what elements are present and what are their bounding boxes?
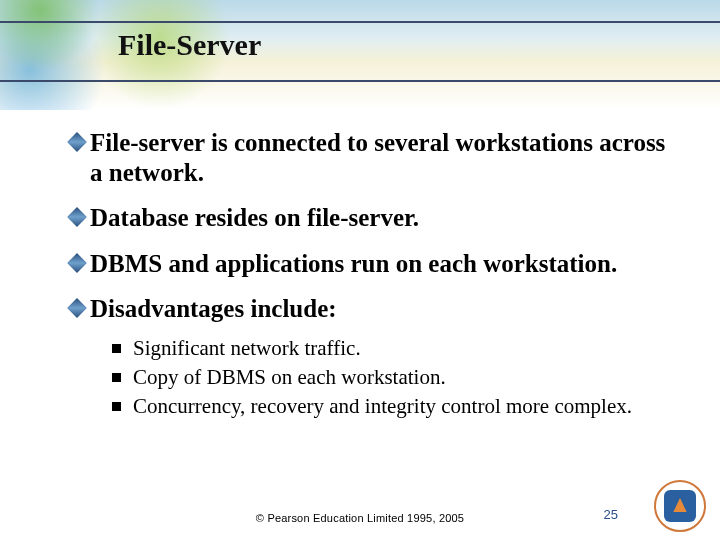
- content-area: File-server is connected to several work…: [70, 128, 668, 423]
- bullet-item: File-server is connected to several work…: [70, 128, 668, 187]
- bullet-text: Disadvantages include:: [90, 294, 337, 324]
- sub-bullet-item: Copy of DBMS on each workstation.: [112, 365, 668, 390]
- diamond-bullet-icon: [67, 298, 87, 318]
- sub-bullet-item: Significant network traffic.: [112, 336, 668, 361]
- header-rule-top: [0, 21, 720, 23]
- slide-title: File-Server: [118, 28, 261, 62]
- bullet-text: Database resides on file-server.: [90, 203, 419, 233]
- square-bullet-icon: [112, 344, 121, 353]
- square-bullet-icon: [112, 373, 121, 382]
- bullet-item: DBMS and applications run on each workst…: [70, 249, 668, 279]
- bullet-text: DBMS and applications run on each workst…: [90, 249, 617, 279]
- slide: File-Server File-server is connected to …: [0, 0, 720, 540]
- sub-bullet-text: Concurrency, recovery and integrity cont…: [133, 394, 632, 419]
- diamond-bullet-icon: [67, 253, 87, 273]
- page-number: 25: [604, 507, 618, 522]
- bullet-item: Database resides on file-server.: [70, 203, 668, 233]
- logo-book-icon: [672, 498, 688, 512]
- logo-inner-square-icon: [664, 490, 696, 522]
- institution-logo: [654, 480, 706, 532]
- sub-bullet-text: Significant network traffic.: [133, 336, 361, 361]
- sub-bullet-item: Concurrency, recovery and integrity cont…: [112, 394, 668, 419]
- bullet-text: File-server is connected to several work…: [90, 128, 668, 187]
- diamond-bullet-icon: [67, 207, 87, 227]
- diamond-bullet-icon: [67, 132, 87, 152]
- square-bullet-icon: [112, 402, 121, 411]
- bullet-item: Disadvantages include:: [70, 294, 668, 324]
- sub-bullet-text: Copy of DBMS on each workstation.: [133, 365, 446, 390]
- header-rule-bottom: [0, 80, 720, 82]
- header-gradient: [0, 0, 720, 110]
- sub-bullet-list: Significant network traffic. Copy of DBM…: [112, 336, 668, 420]
